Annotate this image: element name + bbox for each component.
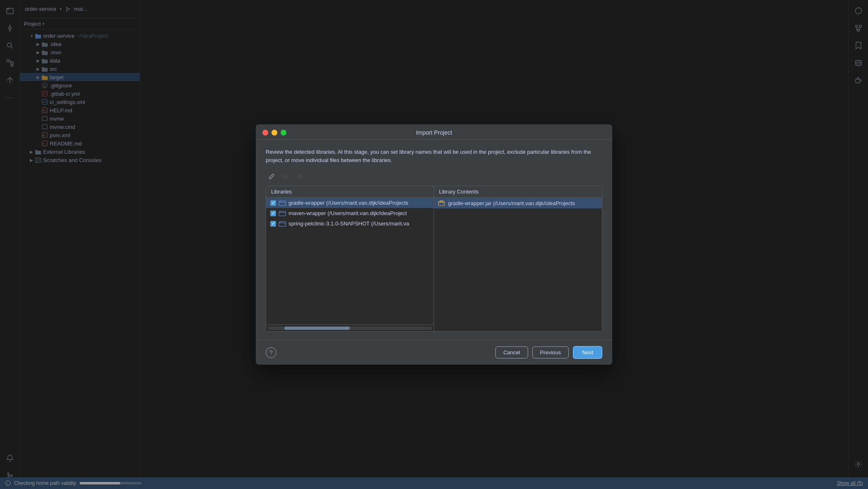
lib-name-gradle: gradle-wrapper (/Users/marit.van.dijk/Id… xyxy=(289,200,429,206)
modal-description: Review the detected libraries. At this s… xyxy=(266,148,602,164)
lib-folder-icon-gradle xyxy=(279,200,286,206)
scrollbar-track xyxy=(268,327,432,330)
modal-body: Review the detected libraries. At this s… xyxy=(256,140,612,340)
libraries-col-header: Libraries xyxy=(266,186,434,198)
import-project-modal: Import Project Review the detected libra… xyxy=(256,124,612,365)
contents-panel: Library Contents gradle-wra xyxy=(434,186,602,331)
svg-rect-58 xyxy=(279,201,286,206)
contents-item-name-gradle-jar: gradle-wrapper.jar (/Users/marit.van.dij… xyxy=(448,200,575,206)
svg-rect-64 xyxy=(279,222,286,226)
lib-checkbox-maven[interactable] xyxy=(270,211,276,216)
traffic-light-close[interactable] xyxy=(262,130,268,136)
scrollbar-thumb xyxy=(284,327,350,330)
move-down-button[interactable] xyxy=(294,171,305,182)
lib-name-spring: spring-petclinic-3.1.0-SNAPSHOT (/Users/… xyxy=(289,220,429,227)
next-button[interactable]: Next xyxy=(573,346,602,359)
modal-titlebar: Import Project xyxy=(256,124,612,140)
lib-folder-icon-spring xyxy=(279,221,286,227)
lib-item-maven-wrapper[interactable]: maven-wrapper (/Users/marit.van.dijk/Ide… xyxy=(266,208,434,218)
move-up-button[interactable] xyxy=(280,171,291,182)
help-button[interactable]: ? xyxy=(266,347,276,358)
lib-checkbox-gradle[interactable] xyxy=(270,200,276,206)
contents-col-header: Library Contents xyxy=(434,186,602,198)
footer-left: ? xyxy=(266,347,276,358)
libraries-container: Libraries gr xyxy=(266,186,602,332)
contents-item-gradle-jar[interactable]: gradle-wrapper.jar (/Users/marit.van.dij… xyxy=(434,198,602,208)
edit-button[interactable] xyxy=(266,171,277,182)
libraries-scrollbar[interactable] xyxy=(266,324,434,331)
cancel-button[interactable]: Cancel xyxy=(495,346,528,358)
traffic-lights xyxy=(262,130,286,136)
lib-checkbox-spring[interactable] xyxy=(270,221,276,227)
modal-title: Import Project xyxy=(262,129,606,136)
lib-item-spring-petclinic[interactable]: spring-petclinic-3.1.0-SNAPSHOT (/Users/… xyxy=(266,218,434,229)
traffic-light-maximize[interactable] xyxy=(281,130,286,136)
svg-rect-61 xyxy=(279,211,286,216)
lib-name-maven: maven-wrapper (/Users/marit.van.dijk/Ide… xyxy=(289,210,429,216)
libraries-list: gradle-wrapper (/Users/marit.van.dijk/Id… xyxy=(266,198,434,324)
contents-list: gradle-wrapper.jar (/Users/marit.van.dij… xyxy=(434,198,602,331)
modal-overlay: Import Project Review the detected libra… xyxy=(0,0,868,489)
modal-footer: ? Cancel Previous Next xyxy=(256,340,612,365)
libraries-panel: Libraries gr xyxy=(266,186,434,331)
lib-folder-icon-maven xyxy=(279,211,286,216)
traffic-light-minimize[interactable] xyxy=(272,130,277,136)
lib-item-gradle-wrapper[interactable]: gradle-wrapper (/Users/marit.van.dijk/Id… xyxy=(266,198,434,208)
previous-button[interactable]: Previous xyxy=(532,346,569,358)
footer-right: Cancel Previous Next xyxy=(495,346,602,359)
modal-toolbar xyxy=(266,171,602,182)
jar-icon xyxy=(438,200,446,206)
